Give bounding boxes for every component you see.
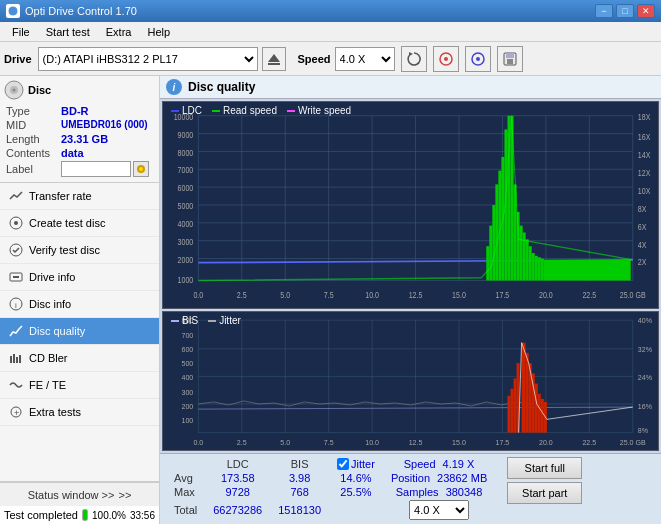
start-full-button[interactable]: Start full bbox=[507, 457, 582, 479]
svg-rect-92 bbox=[520, 226, 523, 281]
label-input[interactable] bbox=[61, 161, 131, 177]
refresh-button[interactable] bbox=[401, 46, 427, 72]
status-window-button[interactable]: Status window >> >> bbox=[0, 482, 159, 506]
disc-contents-row: Contents data bbox=[4, 146, 155, 160]
read-speed-legend: Read speed bbox=[212, 105, 277, 116]
sidebar-item-fe-te[interactable]: FE / TE bbox=[0, 372, 159, 399]
save-button[interactable] bbox=[497, 46, 523, 72]
minimize-button[interactable]: − bbox=[595, 4, 613, 18]
samples-label-cell: Samples 380348 bbox=[383, 485, 495, 499]
svg-rect-152 bbox=[541, 399, 544, 433]
svg-text:32%: 32% bbox=[638, 346, 653, 354]
svg-rect-84 bbox=[495, 184, 498, 280]
verify-test-disc-label: Verify test disc bbox=[29, 244, 100, 256]
jitter-legend: Jitter bbox=[208, 315, 241, 326]
svg-text:22.5: 22.5 bbox=[582, 439, 596, 447]
sidebar-item-disc-quality[interactable]: Disc quality bbox=[0, 318, 159, 345]
mid-value: UMEBDR016 (000) bbox=[61, 119, 148, 131]
avg-ldc: 173.58 bbox=[205, 471, 270, 485]
svg-rect-142 bbox=[522, 343, 526, 433]
svg-marker-3 bbox=[409, 52, 413, 56]
svg-text:2.5: 2.5 bbox=[237, 439, 247, 447]
stats-empty-cell bbox=[166, 457, 205, 471]
svg-text:8000: 8000 bbox=[178, 146, 194, 157]
sidebar-item-create-test-disc[interactable]: Create test disc bbox=[0, 210, 159, 237]
disc-quality-label: Disc quality bbox=[29, 325, 85, 337]
speed-select[interactable]: 4.0 X bbox=[335, 47, 395, 71]
top-chart-svg: 10000 9000 8000 7000 6000 5000 4000 3000… bbox=[163, 102, 658, 308]
extra-tests-icon: + bbox=[8, 404, 24, 420]
menu-file[interactable]: File bbox=[4, 24, 38, 40]
svg-point-0 bbox=[8, 6, 18, 16]
sidebar-item-cd-bler[interactable]: CD Bler bbox=[0, 345, 159, 372]
progress-row: Test completed 100.0% 33:56 bbox=[0, 506, 159, 524]
sidebar-item-transfer-rate[interactable]: Transfer rate bbox=[0, 183, 159, 210]
svg-point-5 bbox=[444, 57, 448, 61]
maximize-button[interactable]: □ bbox=[616, 4, 634, 18]
create-test-disc-icon bbox=[8, 215, 24, 231]
titlebar-left: Opti Drive Control 1.70 bbox=[6, 4, 137, 18]
start-buttons: Start full Start part bbox=[507, 457, 582, 504]
sidebar-item-extra-tests[interactable]: + Extra tests bbox=[0, 399, 159, 426]
speed-label: Speed bbox=[298, 53, 331, 65]
close-button[interactable]: ✕ bbox=[637, 4, 655, 18]
total-ldc: 66273286 bbox=[205, 499, 270, 521]
drive-label: Drive bbox=[4, 53, 32, 65]
bottom-chart-svg: 800 700 600 500 400 300 200 100 40% 32% … bbox=[163, 312, 658, 450]
sidebar-item-disc-info[interactable]: i Disc info bbox=[0, 291, 159, 318]
disc-mid-row: MID UMEBDR016 (000) bbox=[4, 118, 155, 132]
svg-text:600: 600 bbox=[182, 346, 194, 354]
sidebar-item-drive-info[interactable]: Drive info bbox=[0, 264, 159, 291]
svg-text:15.0: 15.0 bbox=[452, 289, 466, 300]
disc-icon-button[interactable] bbox=[433, 46, 459, 72]
position-label-cell: Position 23862 MB bbox=[383, 471, 495, 485]
max-jitter: 25.5% bbox=[329, 485, 383, 499]
app-title: Opti Drive Control 1.70 bbox=[25, 5, 137, 17]
svg-text:5000: 5000 bbox=[178, 200, 194, 211]
svg-text:4000: 4000 bbox=[178, 218, 194, 229]
stats-table: LDC BIS Jitter Speed 4.19 X bbox=[166, 457, 495, 521]
drive-select[interactable]: (D:) ATAPI iHBS312 2 PL17 bbox=[38, 47, 258, 71]
svg-text:16%: 16% bbox=[638, 403, 653, 411]
fe-te-icon bbox=[8, 377, 24, 393]
menu-help[interactable]: Help bbox=[139, 24, 178, 40]
label-button[interactable] bbox=[133, 161, 149, 177]
svg-text:0.0: 0.0 bbox=[193, 439, 203, 447]
toolbar: Drive (D:) ATAPI iHBS312 2 PL17 Speed 4.… bbox=[0, 42, 661, 76]
status-footer: Status window >> >> Test completed 100.0… bbox=[0, 481, 159, 524]
eject-button[interactable] bbox=[262, 47, 286, 71]
svg-text:5.0: 5.0 bbox=[280, 289, 290, 300]
jitter-legend-dot bbox=[208, 320, 216, 322]
sidebar-item-verify-test-disc[interactable]: Verify test disc bbox=[0, 237, 159, 264]
svg-rect-9 bbox=[506, 53, 514, 58]
disc2-icon-button[interactable] bbox=[465, 46, 491, 72]
nav-items: Transfer rate Create test disc Verify te… bbox=[0, 183, 159, 481]
svg-text:1000: 1000 bbox=[178, 274, 194, 285]
svg-rect-97 bbox=[535, 256, 538, 281]
speed-header-value: 4.19 X bbox=[443, 458, 475, 470]
disc-label-row: Label bbox=[4, 160, 155, 178]
svg-text:12.5: 12.5 bbox=[409, 439, 423, 447]
svg-rect-26 bbox=[19, 355, 21, 363]
bottom-chart-legend: BIS Jitter bbox=[171, 315, 241, 326]
svg-text:20.0: 20.0 bbox=[539, 289, 553, 300]
status-window-arrow: >> bbox=[118, 489, 131, 501]
type-value: BD-R bbox=[61, 105, 89, 117]
menu-extra[interactable]: Extra bbox=[98, 24, 140, 40]
disc-info-label: Disc info bbox=[29, 298, 71, 310]
speed-header-label: Speed bbox=[404, 458, 436, 470]
length-value: 23.31 GB bbox=[61, 133, 108, 145]
svg-rect-25 bbox=[16, 357, 18, 363]
speed-header-cell: Speed 4.19 X bbox=[383, 457, 495, 471]
svg-text:500: 500 bbox=[182, 360, 194, 368]
start-part-button[interactable]: Start part bbox=[507, 482, 582, 504]
svg-text:8%: 8% bbox=[638, 427, 649, 435]
svg-text:4X: 4X bbox=[638, 238, 647, 249]
jitter-checkbox[interactable] bbox=[337, 458, 349, 470]
menu-start-test[interactable]: Start test bbox=[38, 24, 98, 40]
max-ldc: 9728 bbox=[205, 485, 270, 499]
jitter-check-cell: Jitter bbox=[329, 457, 383, 471]
jitter-header-label: Jitter bbox=[351, 458, 375, 470]
speed-dropdown[interactable]: 4.0 X bbox=[409, 500, 469, 520]
svg-rect-99 bbox=[541, 259, 544, 281]
